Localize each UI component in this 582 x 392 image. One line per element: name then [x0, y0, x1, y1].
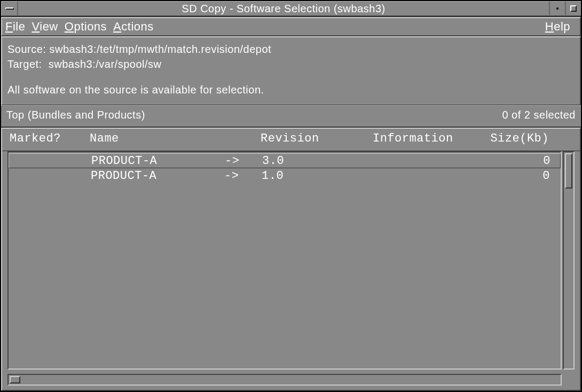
source-line: Source: swbash3:/tet/tmp/mwth/match.revi…: [7, 42, 575, 57]
menu-options[interactable]: Options: [65, 20, 107, 34]
col-header-marked[interactable]: Marked?: [10, 132, 90, 145]
hscroll-wrap: [2, 373, 580, 390]
titlebar: SD Copy - Software Selection (swbash3): [1, 1, 581, 17]
menu-file[interactable]: File: [5, 20, 25, 34]
cell-size: 0: [481, 154, 550, 168]
col-header-size[interactable]: Size(Kb): [479, 132, 549, 145]
cell-revision: 3.0: [262, 154, 374, 168]
table-body-wrap: PRODUCT-A->3.00PRODUCT-A->1.00: [2, 151, 580, 373]
table-row[interactable]: PRODUCT-A->1.00: [9, 168, 561, 183]
menu-view[interactable]: View: [32, 20, 58, 34]
minimize-icon: [5, 7, 14, 10]
window-menu-button[interactable]: [1, 1, 18, 16]
table-row[interactable]: PRODUCT-A->3.00: [9, 153, 561, 168]
cell-arrow: ->: [225, 154, 262, 168]
cell-revision: 1.0: [262, 169, 374, 183]
dot-icon: [556, 7, 559, 10]
status-row: Top (Bundles and Products) 0 of 2 select…: [1, 105, 581, 128]
vertical-scroll-thumb[interactable]: [565, 153, 572, 189]
window-title: SD Copy - Software Selection (swbash3): [18, 1, 549, 16]
table-area: Marked? Name Revision Information Size(K…: [1, 128, 581, 391]
target-value: swbash3:/var/spool/sw: [49, 58, 162, 70]
info-block: Source: swbash3:/tet/tmp/mwth/match.revi…: [1, 36, 581, 105]
target-line: Target: swbash3:/var/spool/sw: [7, 57, 575, 72]
col-header-revision[interactable]: Revision: [261, 132, 373, 145]
target-label: Target:: [7, 58, 42, 70]
source-label: Source:: [7, 43, 46, 55]
titlebar-right: [549, 1, 581, 16]
app-window: SD Copy - Software Selection (swbash3) F…: [0, 0, 582, 392]
col-header-arrow: [223, 132, 261, 145]
menu-actions[interactable]: Actions: [113, 20, 154, 34]
window-maximize-button[interactable]: [565, 1, 581, 16]
table-body[interactable]: PRODUCT-A->3.00PRODUCT-A->1.00: [7, 151, 562, 370]
availability-text: All software on the source is available …: [7, 82, 575, 97]
horizontal-scroll-thumb[interactable]: [10, 376, 20, 383]
selection-count: 0 of 2 selected: [502, 109, 576, 121]
cell-name: PRODUCT-A: [91, 169, 224, 183]
col-header-information[interactable]: Information: [373, 132, 479, 145]
cell-size: 0: [481, 169, 550, 183]
cell-arrow: ->: [224, 169, 262, 183]
square-icon: [570, 5, 577, 12]
source-value: swbash3:/tet/tmp/mwth/match.revision/dep…: [50, 43, 272, 55]
cell-name: PRODUCT-A: [91, 154, 225, 168]
nav-path: Top (Bundles and Products): [6, 109, 145, 121]
vertical-scrollbar[interactable]: [563, 151, 575, 370]
col-header-name[interactable]: Name: [90, 132, 223, 145]
window-iconify-button[interactable]: [549, 1, 565, 16]
horizontal-scrollbar[interactable]: [7, 374, 562, 386]
menu-help[interactable]: Help: [545, 20, 570, 34]
table-header: Marked? Name Revision Information Size(K…: [2, 129, 580, 151]
menubar: File View Options Actions Help: [1, 17, 581, 36]
